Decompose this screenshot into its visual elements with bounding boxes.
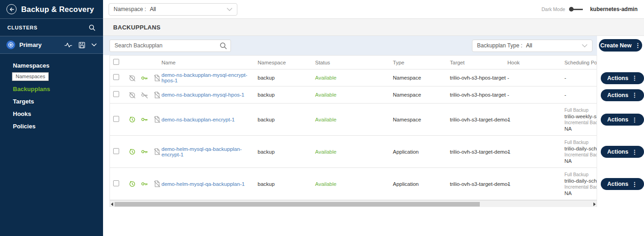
namespaces-tooltip: Namespaces xyxy=(12,72,49,81)
row-target: trilio-ovh-s3-target-demo1 xyxy=(450,149,507,155)
row-type: Namespace xyxy=(393,92,450,98)
status-badge: Available xyxy=(315,149,393,155)
scheduling-policy-value: NA xyxy=(564,190,597,196)
schedule-icon xyxy=(128,74,136,82)
backupplans-table: Name Namespace Status Type Target Hook S… xyxy=(109,55,597,207)
table-row: demo-ns-backupplan-mysql-hpos-1 backup A… xyxy=(110,86,597,104)
col-header-scheduling-policy[interactable]: Scheduling Policy xyxy=(564,60,597,65)
scheduling-policy-value: trilio-daily-schedu xyxy=(564,178,597,184)
row-checkbox[interactable] xyxy=(113,74,119,80)
namespace-filter-value: All xyxy=(150,6,156,12)
sidebar-item-hooks[interactable]: Hooks xyxy=(0,108,103,120)
scheduling-policy-label: Incremental Backup xyxy=(564,120,597,126)
scroll-right-arrow-icon[interactable] xyxy=(593,202,596,206)
sidebar-item-targets[interactable]: Targets xyxy=(0,95,103,108)
search-icon[interactable] xyxy=(219,42,227,50)
search-input[interactable] xyxy=(109,40,231,52)
actions-button[interactable]: Actions⋮ xyxy=(601,178,644,190)
col-header-target[interactable]: Target xyxy=(450,60,507,65)
row-hook: - xyxy=(507,149,564,155)
create-new-label: Create New xyxy=(600,42,632,49)
backupplan-name-link[interactable]: demo-ns-backupplan-mysql-encrypt-hpos-1 xyxy=(161,72,247,83)
dark-mode-toggle[interactable] xyxy=(569,6,583,12)
kebab-menu-icon: ⋮ xyxy=(635,42,641,49)
scheduling-policy-value: trilio-weekly-sche xyxy=(564,113,597,120)
table-row: demo-ns-backupplan-mysql-encrypt-hpos-1 … xyxy=(110,69,597,86)
search-icon[interactable] xyxy=(88,24,96,31)
row-namespace: backup xyxy=(258,149,315,155)
row-target: trilio-ovh-s3-hpos-target xyxy=(450,75,507,81)
actions-column: Actions⋮Actions⋮Actions⋮Actions⋮Actions⋮ xyxy=(597,55,644,207)
backupplan-name-link[interactable]: demo-ns-backupplan-encrypt-1 xyxy=(161,117,235,122)
dark-mode-label: Dark Mode xyxy=(541,6,565,12)
actions-button[interactable]: Actions⋮ xyxy=(601,89,644,101)
cluster-row-primary[interactable]: Primary xyxy=(0,36,103,54)
row-hook: - xyxy=(507,117,564,122)
clusters-section-header: CLUSTERS xyxy=(0,19,103,36)
scrollbar-thumb[interactable] xyxy=(115,202,480,207)
actions-label: Actions xyxy=(607,75,628,81)
status-badge: Available xyxy=(315,181,393,187)
create-new-button[interactable]: Create New ⋮ xyxy=(599,39,642,52)
row-checkbox[interactable] xyxy=(113,148,119,154)
row-checkbox[interactable] xyxy=(113,180,119,186)
schedule-icon xyxy=(128,91,136,99)
row-hook: - xyxy=(507,75,564,81)
backupplan-name-link[interactable]: demo-helm-mysql-qa-backupplan-1 xyxy=(161,181,245,187)
select-all-checkbox[interactable] xyxy=(113,59,119,65)
table-row: demo-helm-mysql-qa-backupplan-encrypt-1 … xyxy=(110,136,597,168)
namespace-filter-dropdown[interactable]: Namespace : All xyxy=(109,3,237,16)
sidebar-item-backupplans[interactable]: Backupplans xyxy=(0,83,103,95)
file-icon xyxy=(153,115,161,123)
row-checkbox[interactable] xyxy=(113,116,119,122)
col-header-type[interactable]: Type xyxy=(393,60,450,65)
chevron-down-icon[interactable] xyxy=(92,43,97,46)
backupplan-type-value: All xyxy=(526,42,532,49)
row-checkbox[interactable] xyxy=(113,91,119,97)
backupplan-name-link[interactable]: demo-helm-mysql-qa-backupplan-encrypt-1 xyxy=(161,146,242,157)
schedule-icon xyxy=(128,180,136,188)
encryption-key-icon xyxy=(141,91,149,99)
back-icon[interactable] xyxy=(6,4,17,14)
row-scheduling-policy: - xyxy=(564,92,597,98)
file-icon xyxy=(153,148,161,155)
row-type: Application xyxy=(393,181,450,187)
sidebar-item-policies[interactable]: Policies xyxy=(0,120,103,132)
kebab-menu-icon: ⋮ xyxy=(632,92,638,98)
status-badge: Available xyxy=(315,75,393,81)
row-target: trilio-ovh-s3-target-demo1 xyxy=(450,117,507,122)
save-icon[interactable] xyxy=(79,42,85,48)
backupplan-type-dropdown[interactable]: Backupplan Type : All xyxy=(472,40,592,52)
col-header-namespace[interactable]: Namespace xyxy=(258,60,315,65)
cluster-name: Primary xyxy=(19,41,64,48)
sidebar: Backup & Recovery CLUSTERS Primary Names… xyxy=(0,0,103,236)
page-title: BACKUPPLANS xyxy=(113,24,161,31)
row-namespace: backup xyxy=(258,92,315,98)
sidebar-item-namespaces[interactable]: Namespaces xyxy=(0,59,103,72)
actions-label: Actions xyxy=(607,149,628,155)
chevron-down-icon xyxy=(222,8,232,11)
scroll-left-arrow-icon[interactable] xyxy=(111,202,113,206)
app-title: Backup & Recovery xyxy=(21,5,94,14)
schedule-icon xyxy=(128,148,136,155)
encryption-key-icon xyxy=(141,115,149,123)
row-scheduling-policy: Full Backuptrilio-daily-scheduIncrementa… xyxy=(564,172,597,196)
col-header-name[interactable]: Name xyxy=(161,60,258,65)
actions-button[interactable]: Actions⋮ xyxy=(601,72,644,84)
namespace-filter-label: Namespace : xyxy=(114,6,146,12)
pulse-icon[interactable] xyxy=(64,42,72,48)
actions-button[interactable]: Actions⋮ xyxy=(601,114,644,126)
col-header-hook[interactable]: Hook xyxy=(507,60,564,65)
actions-button[interactable]: Actions⋮ xyxy=(601,146,644,158)
backupplan-name-link[interactable]: demo-ns-backupplan-mysql-hpos-1 xyxy=(161,92,244,98)
user-menu[interactable]: kubernetes-admin xyxy=(590,6,638,12)
col-header-status[interactable]: Status xyxy=(315,60,393,65)
row-type: Application xyxy=(393,149,450,155)
row-target: trilio-ovh-s3-target-demo1 xyxy=(450,181,507,187)
scheduling-policy-label: Full Backup xyxy=(564,172,597,178)
content: Name Namespace Status Type Target Hook S… xyxy=(109,55,644,207)
sidebar-menu: Namespaces Namespaces Backupplans Target… xyxy=(0,59,103,132)
encryption-key-icon xyxy=(141,74,149,82)
chevron-down-icon xyxy=(577,44,587,47)
horizontal-scrollbar[interactable] xyxy=(110,200,597,207)
